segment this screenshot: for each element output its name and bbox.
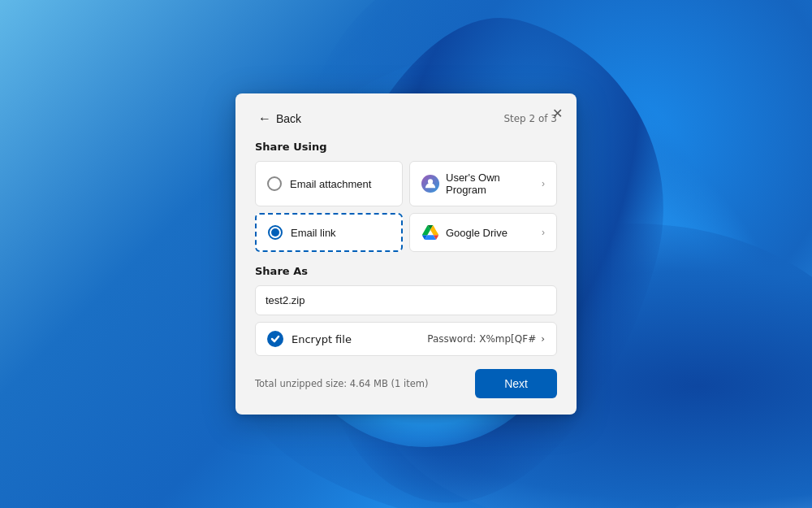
back-arrow-icon: ← bbox=[258, 111, 271, 126]
dialog-overlay: ← Back Step 2 of 3 ✕ Share Using Email a… bbox=[0, 0, 812, 508]
google-drive-chevron: › bbox=[542, 227, 545, 238]
encrypt-password: Password: X%mp[QF# bbox=[427, 333, 536, 345]
email-link-radio-inner bbox=[271, 228, 279, 237]
dialog-footer: Total unzipped size: 4.64 MB (1 item) Ne… bbox=[255, 369, 557, 398]
share-using-title: Share Using bbox=[255, 141, 557, 153]
encrypt-label: Encrypt file bbox=[292, 333, 352, 345]
google-drive-content: Google Drive › bbox=[421, 224, 545, 241]
encrypt-chevron: › bbox=[541, 333, 545, 345]
share-as-section: Share As test2.zip Encrypt file Password… bbox=[255, 265, 557, 356]
email-link-label: Email link bbox=[291, 227, 336, 239]
email-link-radio bbox=[268, 225, 283, 240]
share-dialog: ← Back Step 2 of 3 ✕ Share Using Email a… bbox=[235, 93, 577, 415]
users-own-program-label: User's Own Program bbox=[446, 172, 535, 196]
share-options-grid: Email attachment User's Own Prog bbox=[255, 161, 557, 252]
unzipped-size-label: Total unzipped size: 4.64 MB (1 item) bbox=[255, 378, 428, 389]
encrypt-file-row[interactable]: Encrypt file Password: X%mp[QF# › bbox=[255, 322, 557, 356]
email-attachment-label: Email attachment bbox=[290, 178, 371, 190]
email-attachment-option[interactable]: Email attachment bbox=[255, 161, 403, 206]
encrypt-right: Password: X%mp[QF# › bbox=[427, 333, 545, 345]
users-own-program-content: User's Own Program › bbox=[421, 172, 545, 196]
encrypt-left: Encrypt file bbox=[267, 331, 352, 347]
user-program-icon bbox=[421, 175, 439, 193]
back-button[interactable]: ← Back bbox=[255, 110, 304, 128]
email-link-option[interactable]: Email link bbox=[255, 213, 403, 252]
encrypt-checkbox-checked bbox=[267, 331, 283, 347]
close-icon: ✕ bbox=[552, 106, 563, 121]
dialog-header: ← Back Step 2 of 3 bbox=[255, 110, 557, 128]
next-button[interactable]: Next bbox=[475, 369, 557, 398]
email-attachment-radio bbox=[267, 176, 282, 191]
users-own-program-chevron: › bbox=[542, 178, 545, 189]
back-label: Back bbox=[276, 112, 301, 125]
share-using-section: Share Using Email attachment bbox=[255, 141, 557, 252]
google-drive-icon bbox=[421, 224, 439, 241]
google-drive-label: Google Drive bbox=[446, 227, 508, 239]
users-own-program-option[interactable]: User's Own Program › bbox=[409, 161, 557, 206]
google-drive-option[interactable]: Google Drive › bbox=[409, 213, 557, 252]
filename-input[interactable]: test2.zip bbox=[255, 285, 557, 315]
close-button[interactable]: ✕ bbox=[547, 103, 567, 123]
share-as-title: Share As bbox=[255, 265, 557, 277]
